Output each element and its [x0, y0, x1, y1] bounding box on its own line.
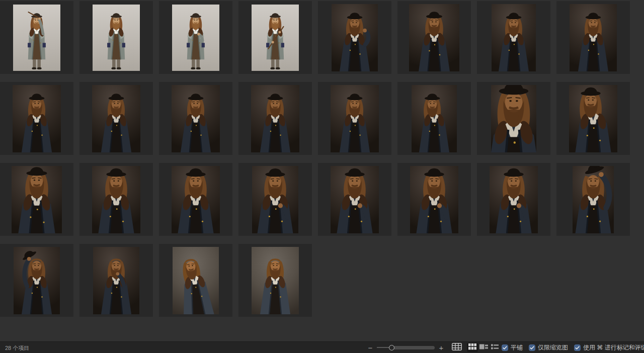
item-count-label: 28 个项目 [5, 344, 29, 352]
photo-thumbnail[interactable] [318, 1, 391, 74]
photo-thumbnail[interactable] [318, 82, 391, 155]
photo-thumbnail[interactable] [477, 82, 550, 155]
view-mode-list-button[interactable] [489, 343, 500, 352]
photo-image [492, 4, 536, 71]
photo-thumbnail[interactable] [0, 244, 73, 317]
zoom-in-button[interactable]: + [438, 344, 444, 351]
view-mode-grid-outline-button[interactable] [451, 343, 462, 352]
toggle-2[interactable]: 仅限缩览图 [529, 343, 568, 352]
photo-image [573, 166, 614, 233]
photo-thumbnail[interactable] [397, 82, 471, 155]
photo-thumbnail[interactable] [238, 1, 312, 74]
photo-thumbnail[interactable] [79, 244, 153, 317]
photo-image [172, 85, 220, 152]
photo-image [491, 85, 536, 152]
thumbnail-grid-icon [468, 343, 476, 352]
photo-thumbnail[interactable] [159, 82, 232, 155]
zoom-control: − + [367, 342, 444, 353]
photo-image [410, 166, 458, 233]
grid-outline-icon [452, 343, 462, 352]
checkbox-checked-icon[interactable] [502, 344, 508, 351]
photo-image [92, 85, 140, 152]
toggle-label: 使用 ⌘ 进行标记和评级 [583, 343, 644, 352]
zoom-slider[interactable] [377, 342, 435, 353]
photo-thumbnail[interactable] [556, 1, 630, 74]
photo-image [172, 166, 220, 233]
status-bar: 28 个项目 − + 平铺仅限缩览图使用 ⌘ 进行标记和评级 [0, 341, 644, 353]
zoom-slider-knob[interactable] [389, 345, 394, 350]
photo-image [173, 247, 219, 314]
toggle-1[interactable]: 平铺 [502, 343, 523, 352]
photo-image [172, 5, 219, 71]
photo-image [92, 166, 140, 233]
photo-thumbnail[interactable] [318, 163, 391, 236]
thumbnail-grid [0, 0, 630, 317]
photo-thumbnail[interactable] [238, 163, 312, 236]
photo-thumbnail[interactable] [159, 1, 232, 74]
photo-thumbnail[interactable] [0, 82, 73, 155]
photo-image [13, 85, 61, 152]
photo-thumbnail[interactable] [397, 163, 471, 236]
photo-thumbnail[interactable] [477, 163, 550, 236]
zoom-slider-track-right [392, 346, 435, 349]
photo-thumbnail[interactable] [159, 244, 232, 317]
photo-thumbnail[interactable] [556, 163, 630, 236]
view-mode-buttons [451, 342, 500, 353]
zoom-slider-track-left [377, 347, 390, 348]
photo-image [12, 166, 62, 233]
photo-thumbnail[interactable] [79, 1, 153, 74]
photo-thumbnail[interactable] [477, 1, 550, 74]
toggle-3[interactable]: 使用 ⌘ 进行标记和评级 [574, 343, 644, 352]
display-toggles: 平铺仅限缩览图使用 ⌘ 进行标记和评级 [502, 342, 644, 353]
checkbox-checked-icon[interactable] [529, 344, 535, 351]
toggle-label: 仅限缩览图 [538, 343, 568, 352]
photo-image [252, 5, 299, 71]
photo-image [331, 166, 379, 233]
photo-thumbnail[interactable] [0, 1, 73, 74]
photo-image [252, 247, 299, 314]
photo-image [331, 85, 379, 152]
zoom-out-button[interactable]: − [367, 344, 373, 351]
view-mode-thumbnail-list-button[interactable] [478, 343, 489, 352]
photo-thumbnail[interactable] [238, 82, 312, 155]
photo-image [409, 4, 459, 71]
photo-image [252, 166, 298, 233]
photo-thumbnail[interactable] [238, 244, 312, 317]
photo-image [570, 4, 617, 71]
checkbox-checked-icon[interactable] [574, 344, 581, 351]
photo-image [490, 166, 538, 233]
photo-image [14, 247, 60, 314]
photo-image [93, 247, 139, 314]
view-mode-thumbnail-grid-button[interactable] [467, 343, 478, 352]
thumbnail-list-icon [479, 343, 488, 352]
photo-image [412, 85, 457, 152]
photo-thumbnail[interactable] [79, 163, 153, 236]
photo-thumbnail[interactable] [556, 82, 630, 155]
photo-thumbnail[interactable] [79, 82, 153, 155]
photo-thumbnail[interactable] [397, 1, 471, 74]
photo-image [251, 85, 299, 152]
toggle-label: 平铺 [511, 343, 523, 352]
photo-image [13, 5, 60, 71]
photo-thumbnail[interactable] [0, 163, 73, 236]
photo-image [93, 5, 140, 71]
photo-image [569, 85, 617, 152]
photo-thumbnail[interactable] [159, 163, 232, 236]
list-icon [491, 343, 499, 352]
photo-image [332, 4, 378, 71]
